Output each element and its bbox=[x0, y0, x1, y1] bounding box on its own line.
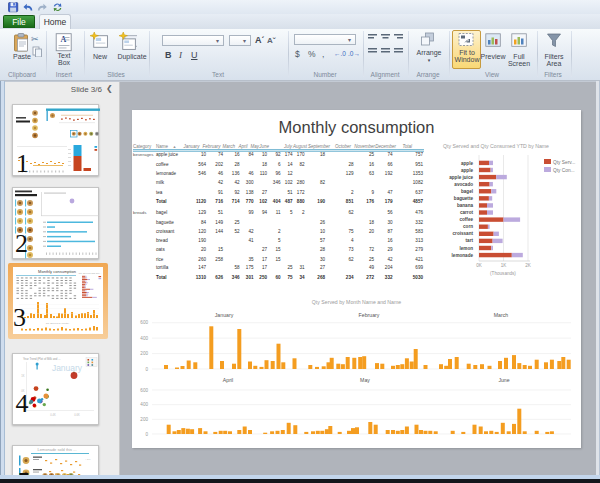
svg-text:0: 0 bbox=[145, 367, 148, 372]
svg-text:346: 346 bbox=[273, 180, 281, 185]
svg-text:bagel: bagel bbox=[461, 189, 473, 194]
svg-text:25: 25 bbox=[287, 265, 293, 270]
svg-text:258: 258 bbox=[215, 257, 223, 262]
svg-text:Monthly consumption: Monthly consumption bbox=[38, 269, 76, 274]
svg-text:41: 41 bbox=[248, 238, 254, 243]
svg-text:1K: 1K bbox=[501, 263, 508, 268]
svg-text:July: July bbox=[283, 144, 293, 149]
svg-text:16: 16 bbox=[369, 162, 375, 167]
svg-text:15: 15 bbox=[275, 257, 281, 262]
svg-text:January: January bbox=[215, 312, 234, 318]
svg-text:313: 313 bbox=[415, 238, 423, 243]
svg-text:14: 14 bbox=[287, 162, 293, 167]
svg-text:Qty Con...: Qty Con... bbox=[553, 168, 575, 173]
svg-text:46: 46 bbox=[218, 171, 224, 176]
svg-text:18: 18 bbox=[369, 220, 375, 225]
svg-text:583: 583 bbox=[415, 229, 423, 234]
svg-text:0: 0 bbox=[145, 432, 148, 437]
svg-text:260: 260 bbox=[198, 257, 206, 262]
svg-text:Name: Name bbox=[156, 144, 169, 149]
svg-text:202: 202 bbox=[215, 162, 223, 167]
svg-text:apple juice: apple juice bbox=[449, 175, 473, 180]
svg-text:Monthly consumption: Monthly consumption bbox=[279, 118, 435, 136]
svg-text:170: 170 bbox=[297, 152, 305, 157]
svg-text:Total: Total bbox=[402, 144, 413, 149]
svg-text:banana: banana bbox=[457, 203, 474, 208]
svg-text:12: 12 bbox=[287, 171, 293, 176]
svg-text:February: February bbox=[202, 144, 221, 149]
svg-text:62: 62 bbox=[348, 257, 354, 262]
svg-text:November: November bbox=[354, 144, 375, 149]
svg-text:31: 31 bbox=[299, 265, 305, 270]
svg-text:136: 136 bbox=[232, 171, 240, 176]
svg-text:milk: milk bbox=[156, 180, 165, 185]
svg-text:16: 16 bbox=[387, 238, 393, 243]
svg-text:75: 75 bbox=[348, 229, 354, 234]
svg-text:1K: 1K bbox=[21, 374, 24, 378]
svg-text:+ 2%: + 2% bbox=[85, 458, 91, 461]
svg-text:March: March bbox=[494, 312, 509, 318]
svg-text:175: 175 bbox=[246, 265, 254, 270]
svg-text:bread: bread bbox=[156, 238, 168, 243]
svg-text:17: 17 bbox=[262, 257, 268, 262]
svg-text:190: 190 bbox=[198, 238, 206, 243]
svg-text:26: 26 bbox=[320, 220, 326, 225]
svg-text:tart: tart bbox=[466, 238, 474, 243]
svg-text:rice: rice bbox=[156, 257, 164, 262]
svg-text:56: 56 bbox=[387, 210, 393, 215]
svg-text:174: 174 bbox=[285, 152, 293, 157]
svg-text:1310: 1310 bbox=[196, 275, 207, 280]
svg-text:58: 58 bbox=[234, 265, 240, 270]
svg-text:April: April bbox=[223, 377, 233, 383]
svg-text:January: January bbox=[182, 144, 200, 149]
svg-text:34: 34 bbox=[299, 275, 305, 280]
svg-text:29: 29 bbox=[387, 247, 393, 252]
svg-text:5: 5 bbox=[290, 210, 293, 215]
svg-text:404: 404 bbox=[273, 199, 281, 204]
svg-text:626: 626 bbox=[215, 275, 223, 280]
svg-text:4857: 4857 bbox=[413, 199, 424, 204]
svg-text:Qty Serv...: Qty Serv... bbox=[553, 160, 575, 165]
svg-text:oats: oats bbox=[156, 247, 165, 252]
svg-text:27: 27 bbox=[262, 190, 268, 195]
svg-text:637: 637 bbox=[415, 190, 423, 195]
svg-text:35: 35 bbox=[248, 257, 254, 262]
svg-text:17: 17 bbox=[262, 265, 268, 270]
svg-text:Qty Served by Month Name and N: Qty Served by Month Name and Name bbox=[312, 299, 401, 305]
svg-text:72: 72 bbox=[369, 247, 375, 252]
svg-text:coffee: coffee bbox=[156, 162, 169, 167]
svg-text:564: 564 bbox=[198, 162, 206, 167]
svg-text:Total: Total bbox=[156, 199, 167, 204]
svg-text:(Thousands): (Thousands) bbox=[490, 271, 516, 276]
svg-text:52: 52 bbox=[234, 229, 240, 234]
svg-text:June: June bbox=[498, 377, 509, 383]
svg-text:February: February bbox=[359, 312, 380, 318]
svg-text:757: 757 bbox=[415, 152, 423, 157]
svg-text:croissant: croissant bbox=[453, 231, 474, 236]
svg-text:apple juice: apple juice bbox=[156, 152, 178, 157]
svg-text:51: 51 bbox=[287, 190, 293, 195]
svg-text:476: 476 bbox=[415, 210, 423, 215]
svg-text:March: March bbox=[222, 144, 235, 149]
svg-text:Lemonade sold this ...: Lemonade sold this ... bbox=[37, 447, 76, 452]
svg-text:102: 102 bbox=[285, 180, 293, 185]
svg-text:6: 6 bbox=[278, 162, 281, 167]
svg-text:Year Trend (Plot of Milk and .: Year Trend (Plot of Milk and ... bbox=[23, 357, 61, 361]
svg-text:951: 951 bbox=[415, 162, 423, 167]
svg-text:714: 714 bbox=[232, 199, 240, 204]
svg-text:82: 82 bbox=[320, 180, 326, 185]
svg-text:9: 9 bbox=[371, 190, 374, 195]
svg-text:avocado: avocado bbox=[454, 182, 473, 187]
svg-text:apple: apple bbox=[461, 168, 473, 173]
svg-text:147: 147 bbox=[198, 265, 206, 270]
svg-text:400: 400 bbox=[140, 402, 148, 407]
svg-text:74: 74 bbox=[387, 152, 393, 157]
svg-text:breads: breads bbox=[133, 210, 147, 215]
svg-text:66: 66 bbox=[387, 162, 393, 167]
svg-text:63: 63 bbox=[369, 171, 375, 176]
svg-text:October: October bbox=[335, 144, 352, 149]
svg-text:87: 87 bbox=[387, 229, 393, 234]
svg-text:716: 716 bbox=[215, 199, 223, 204]
svg-text:74: 74 bbox=[218, 152, 224, 157]
svg-text:18: 18 bbox=[320, 152, 326, 157]
